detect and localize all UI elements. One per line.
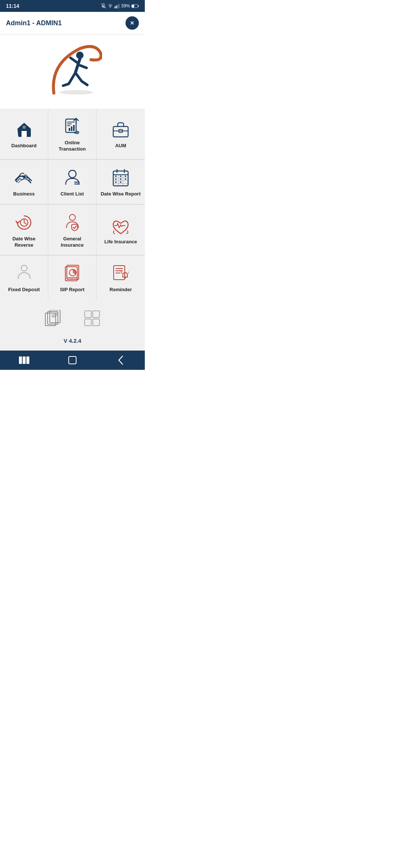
dashboard-label: Dashboard: [12, 143, 37, 149]
menu-item-reminder[interactable]: Reminder: [97, 256, 145, 300]
menu-item-client-list[interactable]: Client List: [48, 160, 97, 204]
menu-item-fixed-deposit[interactable]: Fixed Deposit: [0, 256, 48, 300]
app-logo: [43, 41, 102, 101]
nav-bar: [0, 351, 145, 370]
svg-rect-68: [85, 319, 91, 326]
menu-item-date-wise-report[interactable]: Date Wise Report: [97, 160, 145, 204]
battery-icon: [131, 4, 139, 8]
svg-point-39: [125, 175, 126, 177]
nav-back-button[interactable]: [110, 354, 132, 366]
svg-rect-67: [93, 311, 100, 318]
menu-item-date-wise-reverse[interactable]: Date Wise Reverse: [0, 205, 48, 255]
svg-rect-18: [71, 126, 72, 131]
menu-item-online-transaction[interactable]: Online Transaction: [48, 109, 97, 159]
svg-point-25: [69, 170, 76, 178]
header: Admin1 - ADMIN1 ×: [0, 12, 145, 34]
home-nav-icon: [68, 355, 77, 365]
client-list-icon: [63, 168, 82, 187]
dashboard-icon: [14, 120, 34, 139]
menu-item-life-insurance[interactable]: Life Insurance: [97, 205, 145, 255]
menu-row-2: Business Client List: [0, 160, 145, 205]
menu-item-sip-report[interactable]: SIP Report: [48, 256, 97, 300]
svg-rect-21: [113, 126, 128, 137]
svg-point-37: [115, 175, 117, 177]
date-wise-reverse-icon: [14, 213, 34, 232]
svg-rect-2: [115, 6, 115, 8]
menu-item-general-insurance[interactable]: General Insurance: [48, 205, 97, 255]
bottom-version-area: V 4.2.4: [0, 300, 145, 351]
online-transaction-label: Online Transaction: [51, 140, 93, 152]
hamburger-icon: [19, 356, 29, 364]
grid-icon: [84, 310, 100, 326]
business-label: Business: [13, 191, 35, 197]
svg-rect-73: [69, 356, 76, 364]
svg-rect-7: [132, 5, 134, 7]
bottom-icons-row: [37, 303, 108, 333]
svg-rect-66: [85, 311, 91, 318]
back-icon: [117, 355, 124, 365]
svg-rect-3: [116, 6, 117, 9]
svg-point-41: [120, 178, 121, 180]
status-time: 11:14: [6, 3, 19, 9]
svg-rect-4: [117, 5, 118, 9]
menu-section: Dashboard: [0, 109, 145, 300]
life-insurance-label: Life Insurance: [104, 239, 137, 245]
menu-row-4: Fixed Deposit SIP Report: [0, 256, 145, 300]
svg-rect-70: [19, 356, 22, 364]
aum-icon: [111, 120, 130, 139]
svg-point-43: [115, 181, 117, 183]
sip-report-label: SIP Report: [60, 287, 84, 293]
svg-rect-12: [23, 126, 26, 129]
wifi-icon: [108, 3, 113, 9]
svg-line-47: [24, 223, 26, 224]
svg-rect-72: [26, 356, 29, 364]
fixed-deposit-label: Fixed Deposit: [8, 287, 40, 293]
svg-point-1: [110, 7, 111, 8]
nav-home-button[interactable]: [61, 354, 84, 366]
svg-rect-61: [48, 312, 58, 324]
menu-item-aum[interactable]: AUM: [97, 109, 145, 159]
battery-text: 39%: [121, 3, 130, 9]
reminder-icon: [111, 264, 130, 283]
date-wise-report-label: Date Wise Report: [101, 191, 141, 197]
svg-rect-19: [73, 125, 75, 131]
svg-point-44: [120, 181, 121, 183]
general-insurance-icon: [63, 213, 82, 232]
svg-rect-5: [118, 4, 119, 8]
menu-row-1: Dashboard: [0, 109, 145, 160]
svg-rect-8: [138, 5, 139, 7]
svg-rect-69: [93, 319, 100, 326]
general-insurance-label: General Insurance: [51, 236, 93, 249]
svg-rect-11: [22, 131, 27, 137]
online-transaction-icon: [63, 117, 82, 136]
menu-item-dashboard[interactable]: Dashboard: [0, 109, 48, 159]
status-icons: 39%: [101, 3, 139, 9]
mute-icon: [101, 3, 106, 9]
svg-point-59: [124, 277, 126, 279]
nav-menu-button[interactable]: [13, 354, 35, 366]
svg-point-49: [21, 265, 27, 271]
docs-menu-item[interactable]: [37, 303, 69, 333]
close-button[interactable]: ×: [125, 16, 139, 30]
svg-rect-17: [69, 128, 70, 131]
svg-point-42: [125, 178, 126, 180]
date-wise-reverse-label: Date Wise Reverse: [3, 236, 45, 249]
fixed-deposit-icon: [14, 264, 34, 283]
business-icon: [14, 168, 34, 187]
menu-item-business[interactable]: Business: [0, 160, 48, 204]
client-list-label: Client List: [61, 191, 84, 197]
signal-icon: [114, 3, 120, 9]
life-insurance-icon: [111, 216, 130, 235]
header-title: Admin1 - ADMIN1: [6, 19, 62, 27]
docs-icon: [45, 310, 62, 326]
grid-menu-item[interactable]: [76, 303, 108, 333]
svg-rect-71: [23, 356, 26, 364]
reminder-label: Reminder: [110, 287, 132, 293]
version-text: V 4.2.4: [63, 335, 81, 348]
svg-point-40: [115, 178, 117, 180]
svg-point-10: [59, 90, 93, 95]
date-wise-report-icon: [111, 168, 130, 187]
status-bar: 11:14 39%: [0, 0, 145, 12]
aum-label: AUM: [115, 143, 126, 149]
svg-point-38: [120, 175, 121, 177]
